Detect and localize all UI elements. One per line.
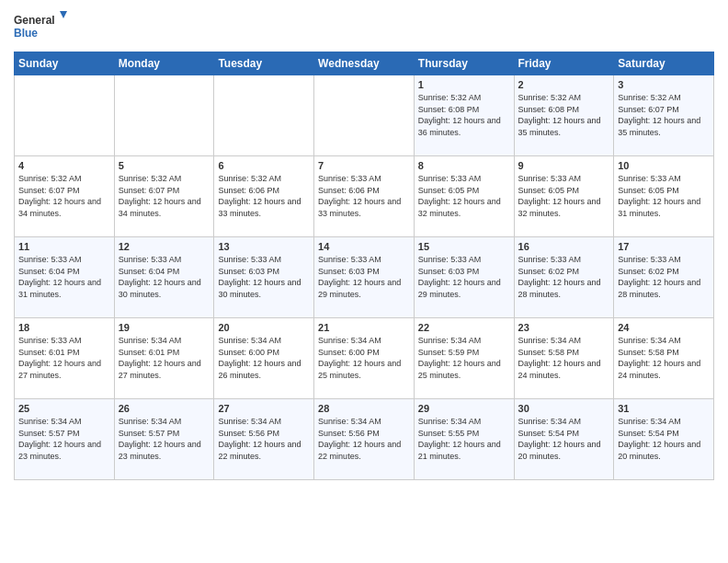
calendar-cell: 17Sunrise: 5:33 AM Sunset: 6:02 PM Dayli…: [614, 237, 714, 318]
week-row-1: 1Sunrise: 5:32 AM Sunset: 6:08 PM Daylig…: [15, 75, 714, 156]
calendar-cell: [114, 75, 214, 156]
day-number: 16: [518, 241, 610, 252]
day-number: 29: [418, 403, 510, 414]
calendar-cell: 31Sunrise: 5:34 AM Sunset: 5:54 PM Dayli…: [614, 399, 714, 480]
day-number: 2: [518, 79, 610, 90]
day-info: Sunrise: 5:34 AM Sunset: 5:56 PM Dayligh…: [318, 416, 410, 462]
day-info: Sunrise: 5:33 AM Sunset: 6:04 PM Dayligh…: [119, 254, 210, 300]
day-info: Sunrise: 5:33 AM Sunset: 6:05 PM Dayligh…: [618, 173, 710, 219]
day-info: Sunrise: 5:32 AM Sunset: 6:06 PM Dayligh…: [218, 173, 310, 219]
day-number: 10: [618, 160, 710, 171]
day-info: Sunrise: 5:33 AM Sunset: 6:03 PM Dayligh…: [218, 254, 310, 300]
col-header-thursday: Thursday: [414, 52, 514, 75]
day-info: Sunrise: 5:33 AM Sunset: 6:02 PM Dayligh…: [518, 254, 610, 300]
day-info: Sunrise: 5:33 AM Sunset: 6:06 PM Dayligh…: [318, 173, 410, 219]
col-header-sunday: Sunday: [15, 52, 115, 75]
day-number: 11: [18, 241, 110, 252]
day-number: 20: [218, 322, 310, 333]
day-number: 14: [318, 241, 410, 252]
week-row-3: 11Sunrise: 5:33 AM Sunset: 6:04 PM Dayli…: [15, 237, 714, 318]
calendar-cell: [15, 75, 115, 156]
day-info: Sunrise: 5:33 AM Sunset: 6:01 PM Dayligh…: [18, 335, 110, 381]
calendar-cell: 13Sunrise: 5:33 AM Sunset: 6:03 PM Dayli…: [214, 237, 314, 318]
calendar-cell: 15Sunrise: 5:33 AM Sunset: 6:03 PM Dayli…: [414, 237, 514, 318]
day-number: 26: [119, 403, 210, 414]
calendar-cell: 20Sunrise: 5:34 AM Sunset: 6:00 PM Dayli…: [214, 318, 314, 399]
page-container: General Blue SundayMondayTuesdayWednesda…: [0, 0, 728, 489]
calendar-cell: 14Sunrise: 5:33 AM Sunset: 6:03 PM Dayli…: [314, 237, 415, 318]
day-number: 23: [518, 322, 610, 333]
day-number: 9: [518, 160, 610, 171]
day-info: Sunrise: 5:33 AM Sunset: 6:05 PM Dayligh…: [518, 173, 610, 219]
col-header-tuesday: Tuesday: [214, 52, 314, 75]
logo-svg: General Blue: [14, 9, 69, 46]
day-info: Sunrise: 5:32 AM Sunset: 6:08 PM Dayligh…: [518, 92, 610, 138]
day-info: Sunrise: 5:32 AM Sunset: 6:07 PM Dayligh…: [119, 173, 210, 219]
header: General Blue: [14, 9, 714, 46]
calendar-cell: 3Sunrise: 5:32 AM Sunset: 6:07 PM Daylig…: [614, 75, 714, 156]
day-number: 28: [318, 403, 410, 414]
calendar-cell: 16Sunrise: 5:33 AM Sunset: 6:02 PM Dayli…: [514, 237, 614, 318]
calendar-cell: 5Sunrise: 5:32 AM Sunset: 6:07 PM Daylig…: [114, 156, 214, 237]
day-number: 30: [518, 403, 610, 414]
calendar-cell: 29Sunrise: 5:34 AM Sunset: 5:55 PM Dayli…: [414, 399, 514, 480]
calendar-cell: [314, 75, 415, 156]
calendar-cell: 1Sunrise: 5:32 AM Sunset: 6:08 PM Daylig…: [414, 75, 514, 156]
day-number: 7: [318, 160, 410, 171]
calendar-cell: 19Sunrise: 5:34 AM Sunset: 6:01 PM Dayli…: [114, 318, 214, 399]
day-number: 13: [218, 241, 310, 252]
day-number: 25: [18, 403, 110, 414]
calendar-cell: 8Sunrise: 5:33 AM Sunset: 6:05 PM Daylig…: [414, 156, 514, 237]
week-row-5: 25Sunrise: 5:34 AM Sunset: 5:57 PM Dayli…: [15, 399, 714, 480]
day-number: 4: [18, 160, 110, 171]
day-number: 12: [119, 241, 210, 252]
logo: General Blue: [14, 9, 69, 46]
day-number: 6: [218, 160, 310, 171]
calendar-cell: 22Sunrise: 5:34 AM Sunset: 5:59 PM Dayli…: [414, 318, 514, 399]
day-info: Sunrise: 5:33 AM Sunset: 6:03 PM Dayligh…: [318, 254, 410, 300]
day-number: 21: [318, 322, 410, 333]
calendar-cell: 11Sunrise: 5:33 AM Sunset: 6:04 PM Dayli…: [15, 237, 115, 318]
week-row-2: 4Sunrise: 5:32 AM Sunset: 6:07 PM Daylig…: [15, 156, 714, 237]
week-row-4: 18Sunrise: 5:33 AM Sunset: 6:01 PM Dayli…: [15, 318, 714, 399]
day-number: 18: [18, 322, 110, 333]
day-number: 22: [418, 322, 510, 333]
day-number: 3: [618, 79, 710, 90]
svg-text:Blue: Blue: [14, 27, 38, 40]
day-number: 24: [618, 322, 710, 333]
calendar-table: SundayMondayTuesdayWednesdayThursdayFrid…: [14, 52, 714, 480]
calendar-cell: 21Sunrise: 5:34 AM Sunset: 6:00 PM Dayli…: [314, 318, 415, 399]
calendar-cell: 10Sunrise: 5:33 AM Sunset: 6:05 PM Dayli…: [614, 156, 714, 237]
day-number: 31: [618, 403, 710, 414]
calendar-cell: 23Sunrise: 5:34 AM Sunset: 5:58 PM Dayli…: [514, 318, 614, 399]
calendar-cell: 12Sunrise: 5:33 AM Sunset: 6:04 PM Dayli…: [114, 237, 214, 318]
day-info: Sunrise: 5:33 AM Sunset: 6:04 PM Dayligh…: [18, 254, 110, 300]
calendar-cell: 25Sunrise: 5:34 AM Sunset: 5:57 PM Dayli…: [15, 399, 115, 480]
day-number: 19: [119, 322, 210, 333]
day-number: 5: [119, 160, 210, 171]
day-info: Sunrise: 5:34 AM Sunset: 5:57 PM Dayligh…: [119, 416, 210, 462]
day-info: Sunrise: 5:32 AM Sunset: 6:07 PM Dayligh…: [618, 92, 710, 138]
day-info: Sunrise: 5:34 AM Sunset: 5:55 PM Dayligh…: [418, 416, 510, 462]
day-info: Sunrise: 5:34 AM Sunset: 5:56 PM Dayligh…: [218, 416, 310, 462]
day-number: 8: [418, 160, 510, 171]
day-info: Sunrise: 5:34 AM Sunset: 5:54 PM Dayligh…: [518, 416, 610, 462]
calendar-cell: 4Sunrise: 5:32 AM Sunset: 6:07 PM Daylig…: [15, 156, 115, 237]
day-info: Sunrise: 5:33 AM Sunset: 6:03 PM Dayligh…: [418, 254, 510, 300]
col-header-friday: Friday: [514, 52, 614, 75]
calendar-cell: 26Sunrise: 5:34 AM Sunset: 5:57 PM Dayli…: [114, 399, 214, 480]
day-info: Sunrise: 5:34 AM Sunset: 5:54 PM Dayligh…: [618, 416, 710, 462]
day-number: 1: [418, 79, 510, 90]
day-number: 17: [618, 241, 710, 252]
day-info: Sunrise: 5:33 AM Sunset: 6:05 PM Dayligh…: [418, 173, 510, 219]
day-number: 27: [218, 403, 310, 414]
day-info: Sunrise: 5:32 AM Sunset: 6:08 PM Dayligh…: [418, 92, 510, 138]
calendar-cell: 18Sunrise: 5:33 AM Sunset: 6:01 PM Dayli…: [15, 318, 115, 399]
calendar-cell: 9Sunrise: 5:33 AM Sunset: 6:05 PM Daylig…: [514, 156, 614, 237]
day-number: 15: [418, 241, 510, 252]
calendar-cell: 28Sunrise: 5:34 AM Sunset: 5:56 PM Dayli…: [314, 399, 415, 480]
day-info: Sunrise: 5:34 AM Sunset: 5:57 PM Dayligh…: [18, 416, 110, 462]
calendar-cell: 30Sunrise: 5:34 AM Sunset: 5:54 PM Dayli…: [514, 399, 614, 480]
header-row: SundayMondayTuesdayWednesdayThursdayFrid…: [15, 52, 714, 75]
day-info: Sunrise: 5:33 AM Sunset: 6:02 PM Dayligh…: [618, 254, 710, 300]
